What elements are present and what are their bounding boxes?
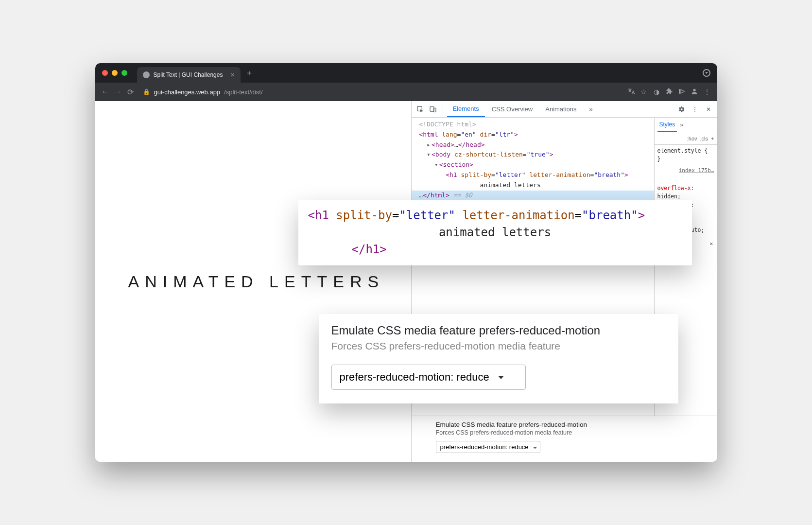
inspect-element-icon[interactable] [415,104,426,115]
cls-toggle[interactable]: .cls [700,136,708,141]
selection-indicator: == $0 [449,192,472,199]
styles-tabs: Styles » [655,118,717,132]
dom-text-node: animated letters [480,181,541,189]
styles-more-tabs[interactable]: » [680,122,683,128]
minimize-window-button[interactable] [112,70,118,76]
devtools-panel: Elements CSS Overview Animations » ⋮ ✕ <… [411,101,717,462]
svg-point-0 [693,88,695,91]
url-host: gui-challenges.web.app [154,88,221,96]
url-path: /split-text/dist/ [224,88,262,96]
new-rule-button[interactable]: + [711,136,714,141]
content-area: ANIMATED LETTERS Elements CSS Overview A… [95,101,717,462]
drawer-desc: Forces CSS prefers-reduced-motion media … [436,429,693,436]
lock-icon: 🔒 [143,88,150,95]
settings-gear-icon[interactable] [675,104,687,115]
maximize-window-button[interactable] [121,70,127,76]
traffic-lights [102,70,127,76]
browser-tab[interactable]: Split Text | GUI Challenges × [137,67,241,83]
devtools-tabs: Elements CSS Overview Animations » ⋮ ✕ [412,101,717,118]
device-toggle-icon[interactable] [427,104,439,115]
media-control-icon[interactable] [677,88,686,97]
forward-button[interactable]: → [114,88,122,96]
hov-toggle[interactable]: :hov [687,136,697,141]
back-button[interactable]: ← [101,88,110,96]
titlebar: Split Text | GUI Challenges × ＋ [95,63,717,83]
extensions-puzzle-icon[interactable] [665,88,674,97]
favicon-icon [143,71,150,78]
tab-elements[interactable]: Elements [447,101,485,117]
account-chevron-icon[interactable] [703,69,710,77]
reload-button[interactable]: ⟳ [126,88,135,97]
close-window-button[interactable] [102,70,108,76]
translate-icon[interactable] [627,88,636,97]
devtools-close-icon[interactable]: ✕ [703,104,714,115]
render-callout-select-value: prefers-reduced-motion: reduce [340,371,489,384]
bookmark-star-icon[interactable]: ☆ [639,88,648,96]
page-heading: ANIMATED LETTERS [128,272,385,291]
browser-window: Split Text | GUI Challenges × ＋ ← → ⟳ 🔒 … [95,63,717,462]
address-bar[interactable]: 🔒 gui-challenges.web.app/split-text/dist… [143,88,263,96]
drawer-title: Emulate CSS media feature prefers-reduce… [436,421,693,428]
close-tab-button[interactable]: × [230,71,234,79]
tab-title: Split Text | GUI Challenges [154,71,223,78]
render-callout-desc: Forces CSS prefers-reduced-motion media … [331,340,666,352]
extension-icon[interactable]: ◑ [652,88,661,96]
kebab-menu-icon[interactable]: ⋮ [703,88,711,96]
devtools-kebab-icon[interactable]: ⋮ [689,104,701,115]
rendering-drawer: Emulate CSS media feature prefers-reduce… [412,416,717,462]
profile-avatar-icon[interactable] [690,88,699,97]
render-callout-select[interactable]: prefers-reduced-motion: reduce [331,365,526,390]
tab-styles[interactable]: Styles [657,118,677,132]
tab-animations[interactable]: Animations [539,101,582,117]
tab-more[interactable]: » [584,101,599,117]
dom-doctype: <!DOCTYPE html> [419,121,476,128]
prefers-reduced-motion-select[interactable]: prefers-reduced-motion: reduce [436,441,540,453]
render-callout-title: Emulate CSS media feature prefers-reduce… [331,324,666,337]
element-style-label: element.style { [657,147,708,154]
code-callout-text: animated letters [308,224,682,241]
render-callout: Emulate CSS media feature prefers-reduce… [319,314,678,403]
styles-subbar: :hov .cls + [655,132,717,145]
code-callout: <h1 split-by="letter" letter-animation="… [298,200,692,265]
new-tab-button[interactable]: ＋ [245,68,253,78]
chevron-down-icon [498,376,504,379]
tab-css-overview[interactable]: CSS Overview [486,101,539,117]
page-viewport: ANIMATED LETTERS [95,101,411,462]
source-link[interactable]: index 175b… [679,167,714,175]
toolbar: ← → ⟳ 🔒 gui-challenges.web.app/split-tex… [95,83,717,101]
